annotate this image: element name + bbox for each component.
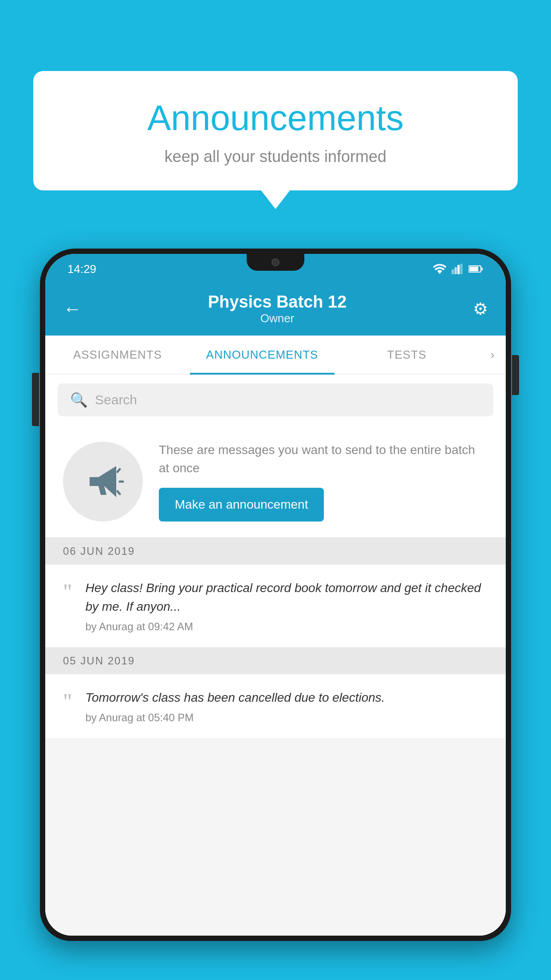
promo-right: These are messages you want to send to t… (159, 441, 488, 522)
svg-rect-6 (469, 267, 478, 271)
promo-icon-circle (63, 442, 143, 522)
svg-rect-3 (460, 264, 463, 274)
phone-outer: 14:29 (40, 249, 511, 941)
announcement-meta-0: by Anurag at 09:42 AM (85, 620, 488, 633)
announcement-item-0[interactable]: " Hey class! Bring your practical record… (45, 565, 506, 648)
promo-description: These are messages you want to send to t… (159, 441, 488, 477)
battery-icon (468, 265, 484, 273)
camera (272, 258, 279, 266)
search-bar[interactable]: 🔍 Search (58, 383, 493, 416)
date-label-0: 06 JUN 2019 (63, 545, 135, 557)
svg-rect-0 (452, 269, 454, 274)
wifi-icon (433, 264, 446, 274)
svg-rect-1 (455, 267, 457, 274)
settings-icon[interactable]: ⚙ (473, 299, 488, 319)
announcement-body-1: Tomorrow's class has been cancelled due … (85, 688, 488, 724)
promo-card: These are messages you want to send to t… (45, 425, 506, 538)
tabs-bar: ASSIGNMENTS ANNOUNCEMENTS TESTS › (45, 336, 506, 375)
quote-icon-1: " (63, 690, 72, 712)
megaphone-icon (81, 459, 125, 504)
make-announcement-button[interactable]: Make an announcement (159, 488, 324, 522)
search-icon: 🔍 (70, 391, 88, 408)
back-button[interactable]: ← (63, 298, 82, 320)
status-bar: 14:29 (45, 254, 506, 282)
announcement-text-1: Tomorrow's class has been cancelled due … (85, 688, 488, 707)
announcement-body-0: Hey class! Bring your practical record b… (85, 579, 488, 633)
search-container: 🔍 Search (45, 375, 506, 425)
speech-bubble-title: Announcements (69, 98, 482, 138)
date-separator-0: 06 JUN 2019 (45, 538, 506, 565)
tab-assignments[interactable]: ASSIGNMENTS (45, 336, 190, 374)
screen-content: 🔍 Search These are messages you wa (45, 375, 506, 936)
svg-rect-5 (481, 268, 483, 270)
tab-tests[interactable]: TESTS (335, 336, 479, 374)
app-bar: ← Physics Batch 12 Owner ⚙ (45, 282, 506, 336)
notch (247, 254, 304, 271)
tab-announcements[interactable]: ANNOUNCEMENTS (190, 336, 335, 374)
search-input-placeholder[interactable]: Search (95, 392, 137, 407)
date-separator-1: 05 JUN 2019 (45, 648, 506, 674)
status-icons (433, 264, 484, 274)
date-label-1: 05 JUN 2019 (63, 655, 135, 667)
speech-bubble-section: Announcements keep all your students inf… (33, 71, 518, 190)
app-bar-title-group: Physics Batch 12 Owner (208, 292, 347, 325)
status-time: 14:29 (67, 262, 96, 276)
app-bar-title: Physics Batch 12 (208, 292, 347, 312)
svg-rect-2 (457, 265, 460, 274)
announcement-meta-1: by Anurag at 05:40 PM (85, 711, 488, 724)
announcement-text-0: Hey class! Bring your practical record b… (85, 579, 488, 616)
signal-icon (452, 264, 463, 274)
tab-more-icon[interactable]: › (479, 336, 506, 374)
speech-bubble-card: Announcements keep all your students inf… (33, 71, 518, 190)
speech-bubble-subtitle: keep all your students informed (69, 147, 482, 166)
phone-wrapper: 14:29 (40, 249, 511, 980)
announcement-item-1[interactable]: " Tomorrow's class has been cancelled du… (45, 674, 506, 739)
phone-screen: 14:29 (45, 254, 506, 936)
quote-icon-0: " (63, 581, 72, 603)
app-bar-subtitle: Owner (208, 312, 347, 325)
